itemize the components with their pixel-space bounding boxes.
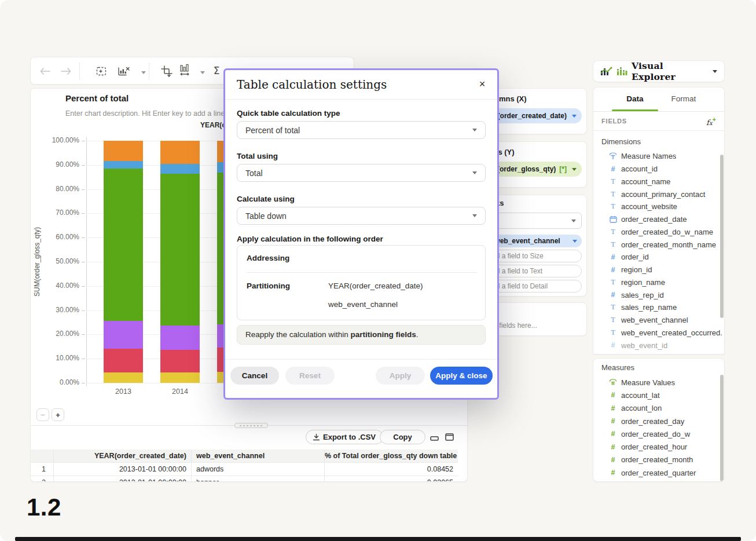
export-csv-button[interactable]: Export to .CSV bbox=[306, 430, 383, 444]
chevron-down-icon[interactable] bbox=[472, 129, 477, 131]
field-item-order-created-week[interactable]: #order_created_week bbox=[593, 479, 722, 482]
apply-close-button[interactable]: Apply & close bbox=[430, 367, 493, 385]
table-cell: adwords bbox=[192, 463, 325, 476]
total-using-select[interactable]: Total bbox=[237, 164, 486, 182]
field-item-region-id[interactable]: #region_id bbox=[593, 264, 722, 276]
measures-scrollbar[interactable] bbox=[720, 375, 724, 481]
field-item-sales-rep-id[interactable]: #sales_rep_id bbox=[593, 288, 722, 301]
field-item-order-created-day[interactable]: #order_created_day bbox=[593, 415, 722, 427]
field-item-label: Measure Values bbox=[621, 378, 675, 387]
field-item-order-created-date[interactable]: order_created_date bbox=[593, 213, 722, 226]
results-table[interactable]: YEAR(order_created_date)web_event_channe… bbox=[31, 449, 458, 482]
table-cell: 0.03065 bbox=[325, 476, 458, 482]
tab-data[interactable]: Data bbox=[615, 94, 655, 103]
field-item-web-event-channel[interactable]: Tweb_event_channel bbox=[593, 314, 722, 327]
chevron-down-icon[interactable] bbox=[572, 240, 577, 243]
chevron-down-icon[interactable] bbox=[572, 115, 577, 118]
calc-type-label: Quick table calculation type bbox=[237, 109, 340, 118]
sigma-icon[interactable]: Σ bbox=[209, 63, 224, 78]
duplicate-chart-icon[interactable] bbox=[93, 64, 108, 79]
field-item-web-event-id[interactable]: #web_event_id bbox=[593, 339, 722, 352]
chart-description-placeholder[interactable]: Enter chart description. Hit Enter key t… bbox=[65, 109, 225, 118]
bar-segment-segment-yellow[interactable] bbox=[104, 372, 143, 383]
tab-format[interactable]: Format bbox=[663, 94, 704, 103]
cancel-button[interactable]: Cancel bbox=[230, 367, 279, 385]
field-item-measure-values[interactable]: Measure Values bbox=[593, 376, 722, 389]
field-item-sales-rep-name[interactable]: Tsales_rep_name bbox=[593, 301, 722, 314]
field-item-label: web_event_channel bbox=[621, 316, 688, 324]
table-row[interactable]: 22013-01-01 00:00:00banner0.03065 bbox=[31, 476, 458, 482]
close-icon[interactable]: × bbox=[475, 77, 489, 91]
table-header-row[interactable]: YEAR(order_created_date)web_event_channe… bbox=[31, 449, 458, 463]
add-formula-field-icon[interactable]: fx+ bbox=[706, 116, 716, 127]
partitioning-label: Partitioning bbox=[247, 282, 290, 290]
chevron-down-icon[interactable] bbox=[713, 70, 717, 73]
bar-segment-segment-green[interactable] bbox=[160, 174, 200, 326]
hash-icon: # bbox=[608, 341, 618, 349]
apply-button[interactable]: Apply bbox=[376, 367, 425, 385]
dimensions-label: Dimensions bbox=[601, 137, 641, 146]
field-item-account-primary-contact[interactable]: Taccount_primary_contact bbox=[593, 188, 722, 200]
field-item-account-lat[interactable]: #account_lat bbox=[593, 389, 722, 401]
bar-segment-segment-green[interactable] bbox=[104, 169, 143, 321]
minimize-icon[interactable] bbox=[430, 433, 439, 441]
back-icon[interactable] bbox=[38, 64, 53, 79]
chart-type-icon[interactable] bbox=[178, 63, 193, 78]
chart-type-caret-icon[interactable] bbox=[195, 65, 210, 80]
stacked-bar-2014[interactable] bbox=[160, 141, 200, 383]
field-item-account-name[interactable]: Taccount_name bbox=[593, 176, 722, 188]
chevron-down-icon[interactable] bbox=[571, 220, 576, 222]
hash-icon: # bbox=[608, 266, 618, 274]
table-row[interactable]: 12013-01-01 00:00:00adwords0.08452 bbox=[31, 463, 458, 476]
forward-icon[interactable] bbox=[58, 64, 74, 79]
bar-segment-segment-blue[interactable] bbox=[104, 161, 143, 169]
text-icon: T bbox=[608, 316, 618, 324]
toolbar-separator bbox=[149, 63, 149, 80]
field-item-account-website[interactable]: Taccount_website bbox=[593, 200, 722, 213]
dimensions-scrollbar[interactable] bbox=[720, 155, 724, 318]
apply-order-label: Apply calculation in the following order bbox=[237, 235, 383, 243]
explorer-switcher-button[interactable]: Visual Explorer bbox=[593, 60, 725, 82]
chart-title[interactable]: Percent of total bbox=[65, 93, 129, 103]
maximize-icon[interactable] bbox=[445, 433, 454, 441]
bar-segment-segment-red[interactable] bbox=[104, 349, 143, 372]
zoom-out-button[interactable]: − bbox=[36, 408, 49, 421]
stacked-bar-2013[interactable] bbox=[104, 141, 143, 383]
zoom-in-button[interactable]: + bbox=[52, 408, 64, 421]
field-item-label: account_primary_contact bbox=[621, 190, 705, 199]
measure-names-icon bbox=[608, 152, 618, 160]
field-item-account-lon[interactable]: #account_lon bbox=[593, 402, 722, 415]
chevron-down-icon[interactable] bbox=[472, 171, 477, 174]
field-item-measure-names[interactable]: Measure Names bbox=[593, 150, 722, 163]
bar-segment-segment-orange[interactable] bbox=[104, 141, 143, 161]
copy-button[interactable]: Copy bbox=[380, 430, 425, 444]
y-tick-label: 30.00% bbox=[42, 306, 79, 314]
measures-panel: Measures Measure Values#account_lat#acco… bbox=[593, 358, 725, 482]
field-item-order-id[interactable]: #order_id bbox=[593, 251, 722, 264]
chevron-down-icon[interactable] bbox=[472, 214, 477, 217]
panel-resize-handle[interactable] bbox=[234, 423, 268, 428]
swap-axes-icon[interactable] bbox=[159, 64, 174, 79]
field-item-order-created-hour[interactable]: #order_created_hour bbox=[593, 440, 722, 453]
bar-segment-segment-blue[interactable] bbox=[160, 164, 200, 174]
bar-segment-segment-purple[interactable] bbox=[160, 326, 200, 350]
remove-chart-icon[interactable] bbox=[116, 64, 131, 79]
field-item-order-created-do-w-name[interactable]: Torder_created_do_w_name bbox=[593, 226, 722, 239]
bar-segment-segment-red[interactable] bbox=[160, 350, 200, 372]
toolbar-separator bbox=[79, 63, 80, 80]
bar-segment-segment-yellow[interactable] bbox=[160, 372, 200, 383]
bar-segment-segment-purple[interactable] bbox=[104, 321, 143, 349]
field-item-order-created-month[interactable]: #order_created_month bbox=[593, 454, 722, 466]
field-item-account-id[interactable]: #account_id bbox=[593, 163, 722, 176]
text-icon: T bbox=[608, 240, 618, 249]
calculate-using-select[interactable]: Table down bbox=[237, 207, 486, 225]
field-item-order-created-month-name[interactable]: Torder_created_month_name bbox=[593, 238, 722, 251]
field-item-region-name[interactable]: Tregion_name bbox=[593, 276, 722, 289]
field-item-order-created-quarter[interactable]: #order_created_quarter bbox=[593, 466, 722, 479]
reset-button[interactable]: Reset bbox=[285, 367, 335, 385]
bar-segment-segment-orange[interactable] bbox=[160, 141, 200, 164]
field-item-web-event-created-occurred-[interactable]: Tweb_event_created_occurred... bbox=[593, 327, 722, 339]
calc-type-select[interactable]: Percent of total bbox=[237, 121, 486, 139]
field-item-order-created-do-w[interactable]: #order_created_do_w bbox=[593, 427, 722, 440]
chevron-down-icon[interactable] bbox=[572, 168, 577, 171]
